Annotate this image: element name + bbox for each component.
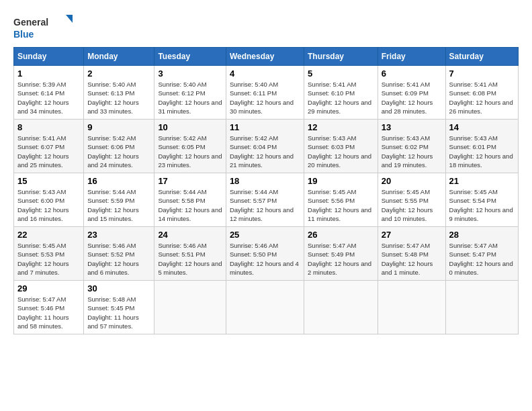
day-info: Sunrise: 5:39 AMSunset: 6:14 PMDaylight:…: [17, 81, 69, 115]
calendar-day-cell: 27 Sunrise: 5:47 AMSunset: 5:48 PMDaylig…: [378, 227, 445, 281]
calendar-day-cell: 18 Sunrise: 5:44 AMSunset: 5:57 PMDaylig…: [226, 173, 304, 227]
day-number: 9: [87, 122, 150, 132]
day-info: Sunrise: 5:48 AMSunset: 5:45 PMDaylight:…: [87, 295, 139, 330]
day-info: Sunrise: 5:42 AMSunset: 6:06 PMDaylight:…: [87, 134, 139, 169]
day-info: Sunrise: 5:44 AMSunset: 5:58 PMDaylight:…: [158, 188, 222, 222]
day-info: Sunrise: 5:45 AMSunset: 5:54 PMDaylight:…: [449, 188, 513, 222]
day-number: 23: [87, 230, 150, 240]
day-number: 4: [230, 68, 300, 79]
calendar-day-cell: 17 Sunrise: 5:44 AMSunset: 5:58 PMDaylig…: [154, 173, 226, 227]
calendar-day-cell: 10 Sunrise: 5:42 AMSunset: 6:05 PMDaylig…: [154, 120, 226, 173]
day-info: Sunrise: 5:45 AMSunset: 5:53 PMDaylight:…: [17, 242, 69, 276]
day-info: Sunrise: 5:42 AMSunset: 6:05 PMDaylight:…: [158, 134, 222, 169]
day-info: Sunrise: 5:41 AMSunset: 6:07 PMDaylight:…: [17, 134, 69, 169]
weekday-header: Thursday: [304, 48, 378, 66]
day-info: Sunrise: 5:43 AMSunset: 6:02 PMDaylight:…: [382, 134, 433, 169]
calendar-day-cell: 2 Sunrise: 5:40 AMSunset: 6:13 PMDayligh…: [84, 66, 154, 120]
day-info: Sunrise: 5:45 AMSunset: 5:56 PMDaylight:…: [308, 188, 371, 222]
day-info: Sunrise: 5:41 AMSunset: 6:08 PMDaylight:…: [449, 81, 513, 115]
svg-text:General: General: [13, 17, 48, 28]
calendar-day-cell: 19 Sunrise: 5:45 AMSunset: 5:56 PMDaylig…: [304, 173, 378, 227]
day-number: 1: [17, 68, 80, 79]
calendar-day-cell: 6 Sunrise: 5:41 AMSunset: 6:09 PMDayligh…: [378, 66, 445, 120]
calendar-day-cell: 24 Sunrise: 5:46 AMSunset: 5:51 PMDaylig…: [154, 227, 226, 281]
day-info: Sunrise: 5:42 AMSunset: 6:04 PMDaylight:…: [230, 134, 294, 169]
calendar-day-cell: 8 Sunrise: 5:41 AMSunset: 6:07 PMDayligh…: [14, 120, 84, 173]
page-header: General Blue: [13, 13, 519, 42]
calendar-day-cell: 4 Sunrise: 5:40 AMSunset: 6:11 PMDayligh…: [226, 66, 304, 120]
calendar-day-cell: 29 Sunrise: 5:47 AMSunset: 5:46 PMDaylig…: [14, 281, 84, 334]
day-number: 6: [382, 68, 442, 79]
weekday-header-row: SundayMondayTuesdayWednesdayThursdayFrid…: [14, 48, 519, 66]
calendar-day-cell: 11 Sunrise: 5:42 AMSunset: 6:04 PMDaylig…: [226, 120, 304, 173]
calendar-day-cell: 9 Sunrise: 5:42 AMSunset: 6:06 PMDayligh…: [84, 120, 154, 173]
calendar-day-cell: [445, 281, 518, 334]
calendar-day-cell: 22 Sunrise: 5:45 AMSunset: 5:53 PMDaylig…: [14, 227, 84, 281]
day-number: 5: [308, 68, 374, 79]
calendar-week-row: 22 Sunrise: 5:45 AMSunset: 5:53 PMDaylig…: [14, 227, 519, 281]
weekday-header: Wednesday: [226, 48, 304, 66]
day-number: 11: [230, 122, 300, 132]
calendar-week-row: 15 Sunrise: 5:43 AMSunset: 6:00 PMDaylig…: [14, 173, 519, 227]
day-info: Sunrise: 5:47 AMSunset: 5:47 PMDaylight:…: [449, 242, 513, 276]
calendar-day-cell: 25 Sunrise: 5:46 AMSunset: 5:50 PMDaylig…: [226, 227, 304, 281]
day-number: 8: [17, 122, 80, 132]
day-number: 29: [17, 283, 80, 293]
day-info: Sunrise: 5:41 AMSunset: 6:10 PMDaylight:…: [308, 81, 371, 115]
day-number: 14: [449, 122, 515, 132]
day-info: Sunrise: 5:45 AMSunset: 5:55 PMDaylight:…: [382, 188, 433, 222]
calendar-week-row: 8 Sunrise: 5:41 AMSunset: 6:07 PMDayligh…: [14, 120, 519, 173]
day-number: 10: [158, 122, 222, 132]
day-number: 18: [230, 176, 300, 186]
day-info: Sunrise: 5:43 AMSunset: 6:03 PMDaylight:…: [308, 134, 371, 169]
svg-marker-2: [66, 15, 73, 23]
day-info: Sunrise: 5:43 AMSunset: 6:00 PMDaylight:…: [17, 188, 69, 222]
calendar-week-row: 29 Sunrise: 5:47 AMSunset: 5:46 PMDaylig…: [14, 281, 519, 334]
day-number: 3: [158, 68, 222, 79]
day-info: Sunrise: 5:40 AMSunset: 6:12 PMDaylight:…: [158, 81, 222, 115]
calendar-table: SundayMondayTuesdayWednesdayThursdayFrid…: [13, 47, 519, 334]
calendar-day-cell: 1 Sunrise: 5:39 AMSunset: 6:14 PMDayligh…: [14, 66, 84, 120]
calendar-day-cell: 13 Sunrise: 5:43 AMSunset: 6:02 PMDaylig…: [378, 120, 445, 173]
day-number: 16: [87, 176, 150, 186]
day-info: Sunrise: 5:46 AMSunset: 5:52 PMDaylight:…: [87, 242, 139, 276]
weekday-header: Friday: [378, 48, 445, 66]
day-number: 13: [382, 122, 442, 132]
calendar-day-cell: 16 Sunrise: 5:44 AMSunset: 5:59 PMDaylig…: [84, 173, 154, 227]
calendar-day-cell: 5 Sunrise: 5:41 AMSunset: 6:10 PMDayligh…: [304, 66, 378, 120]
calendar-day-cell: [154, 281, 226, 334]
calendar-day-cell: 30 Sunrise: 5:48 AMSunset: 5:45 PMDaylig…: [84, 281, 154, 334]
day-info: Sunrise: 5:43 AMSunset: 6:01 PMDaylight:…: [449, 134, 513, 169]
weekday-header: Monday: [84, 48, 154, 66]
day-number: 15: [17, 176, 80, 186]
day-number: 26: [308, 230, 374, 240]
day-info: Sunrise: 5:47 AMSunset: 5:49 PMDaylight:…: [308, 242, 371, 276]
day-number: 2: [87, 68, 150, 79]
day-info: Sunrise: 5:40 AMSunset: 6:11 PMDaylight:…: [230, 81, 294, 115]
weekday-header: Saturday: [445, 48, 518, 66]
calendar-day-cell: 3 Sunrise: 5:40 AMSunset: 6:12 PMDayligh…: [154, 66, 226, 120]
calendar-day-cell: 21 Sunrise: 5:45 AMSunset: 5:54 PMDaylig…: [445, 173, 518, 227]
day-number: 25: [230, 230, 300, 240]
day-number: 21: [449, 176, 515, 186]
day-number: 7: [449, 68, 515, 79]
day-info: Sunrise: 5:47 AMSunset: 5:46 PMDaylight:…: [17, 295, 69, 330]
calendar-day-cell: [378, 281, 445, 334]
day-info: Sunrise: 5:47 AMSunset: 5:48 PMDaylight:…: [382, 242, 433, 276]
weekday-header: Tuesday: [154, 48, 226, 66]
day-number: 20: [382, 176, 442, 186]
calendar-day-cell: 20 Sunrise: 5:45 AMSunset: 5:55 PMDaylig…: [378, 173, 445, 227]
day-number: 30: [87, 283, 150, 293]
day-number: 17: [158, 176, 222, 186]
day-info: Sunrise: 5:41 AMSunset: 6:09 PMDaylight:…: [382, 81, 433, 115]
calendar-week-row: 1 Sunrise: 5:39 AMSunset: 6:14 PMDayligh…: [14, 66, 519, 120]
day-info: Sunrise: 5:44 AMSunset: 5:57 PMDaylight:…: [230, 188, 294, 222]
calendar-day-cell: 14 Sunrise: 5:43 AMSunset: 6:01 PMDaylig…: [445, 120, 518, 173]
day-number: 28: [449, 230, 515, 240]
calendar-day-cell: 12 Sunrise: 5:43 AMSunset: 6:03 PMDaylig…: [304, 120, 378, 173]
calendar-day-cell: 28 Sunrise: 5:47 AMSunset: 5:47 PMDaylig…: [445, 227, 518, 281]
day-number: 27: [382, 230, 442, 240]
calendar-day-cell: 7 Sunrise: 5:41 AMSunset: 6:08 PMDayligh…: [445, 66, 518, 120]
day-number: 22: [17, 230, 80, 240]
day-info: Sunrise: 5:46 AMSunset: 5:51 PMDaylight:…: [158, 242, 222, 276]
